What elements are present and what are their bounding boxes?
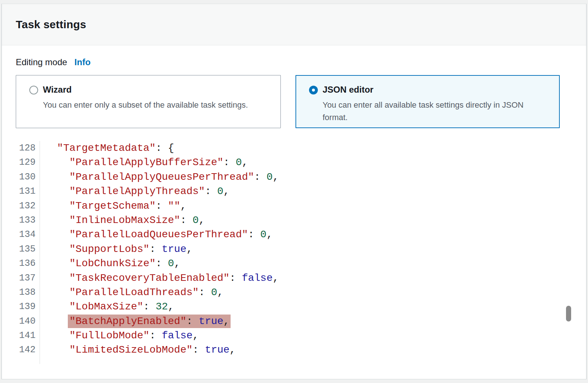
json-code-editor[interactable]: 128 "TargetMetadata": {129 "ParallelAppl… [16, 141, 572, 364]
panel-header: Task settings [2, 4, 586, 45]
code-line[interactable]: 133 "InlineLobMaxSize": 0, [16, 213, 572, 227]
code-line[interactable]: 142 "LimitedSizeLobMode": true, [16, 343, 572, 357]
wizard-option-description: You can enter only a subset of the avail… [43, 99, 248, 111]
code-line[interactable]: 131 "ParallelApplyThreads": 0, [16, 184, 572, 198]
line-number: 136 [16, 256, 40, 271]
code-line-text: "SupportLobs": true, [40, 242, 192, 256]
code-line-text: "ParallelLoadQueuesPerThread": 0, [40, 227, 273, 242]
code-line-text: "TaskRecoveryTableEnabled": false, [40, 271, 279, 285]
code-line-text: "LobMaxSize": 32, [40, 300, 174, 314]
line-number: 128 [16, 141, 40, 155]
line-number: 129 [16, 155, 40, 170]
code-line-text: "LimitedSizeLobMode": true, [40, 343, 236, 357]
editing-mode-label: Editing mode [16, 56, 67, 68]
radio-selected-icon[interactable] [309, 86, 318, 94]
code-line-text: "ParallelApplyQueuesPerThread": 0, [40, 170, 279, 184]
code-line-text: "ParallelApplyBufferSize": 0, [40, 155, 248, 170]
code-line-text: "BatchApplyEnabled": true, [40, 314, 231, 328]
editing-mode-options: Wizard You can enter only a subset of th… [16, 75, 572, 128]
line-number: 130 [16, 170, 40, 184]
line-number: 137 [16, 271, 40, 285]
code-line-text: "ParallelApplyThreads": 0, [40, 184, 229, 198]
code-line[interactable]: 140 "BatchApplyEnabled": true, [16, 314, 572, 328]
line-number: 140 [16, 314, 40, 328]
line-number: 131 [16, 184, 40, 198]
task-settings-panel: Task settings Editing mode Info Wizard Y… [1, 4, 587, 379]
scrollbar-thumb[interactable] [566, 306, 571, 321]
code-line[interactable]: 138 "ParallelLoadThreads": 0, [16, 285, 572, 300]
json-editor-option-text: JSON editor You can enter all available … [323, 84, 550, 124]
code-line-text: "LobChunkSize": 0, [40, 256, 180, 271]
code-line[interactable]: 129 "ParallelApplyBufferSize": 0, [16, 155, 572, 170]
json-editor-option-description: You can enter all available task setting… [323, 99, 550, 124]
editing-mode-row: Editing mode Info [16, 56, 572, 68]
code-line[interactable]: 139 "LobMaxSize": 32, [16, 300, 572, 314]
wizard-option-text: Wizard You can enter only a subset of th… [43, 84, 248, 111]
line-number: 135 [16, 242, 40, 256]
code-line-text: "InlineLobMaxSize": 0, [40, 213, 205, 227]
line-number: 133 [16, 213, 40, 227]
highlighted-token-range: "BatchApplyEnabled": true, [68, 315, 231, 328]
code-line[interactable]: 135 "SupportLobs": true, [16, 242, 572, 256]
code-line[interactable]: 137 "TaskRecoveryTableEnabled": false, [16, 271, 572, 285]
line-number: 132 [16, 199, 40, 213]
wizard-option-label: Wizard [43, 84, 248, 95]
task-settings-page: Task settings Editing mode Info Wizard Y… [0, 0, 588, 383]
code-line-text: "ParallelLoadThreads": 0, [40, 285, 223, 300]
panel-body: Editing mode Info Wizard You can enter o… [2, 45, 586, 379]
json-editor-option-label: JSON editor [323, 84, 550, 95]
info-link[interactable]: Info [74, 56, 91, 68]
code-line[interactable]: 136 "LobChunkSize": 0, [16, 256, 572, 271]
code-line[interactable]: 141 "FullLobMode": false, [16, 328, 572, 343]
code-line-text: "TargetMetadata": { [40, 141, 174, 155]
code-line-text: "FullLobMode": false, [40, 328, 199, 343]
line-number: 141 [16, 328, 40, 343]
code-line[interactable]: 128 "TargetMetadata": { [16, 141, 572, 155]
code-line[interactable]: 130 "ParallelApplyQueuesPerThread": 0, [16, 170, 572, 184]
page-title: Task settings [16, 18, 86, 31]
line-number: 142 [16, 343, 40, 357]
line-number: 134 [16, 227, 40, 242]
code-line-text: "TargetSchema": "", [40, 199, 187, 213]
wizard-option-tile[interactable]: Wizard You can enter only a subset of th… [16, 75, 281, 128]
radio-unselected-icon[interactable] [29, 86, 38, 94]
code-line[interactable]: 134 "ParallelLoadQueuesPerThread": 0, [16, 227, 572, 242]
code-line[interactable]: 132 "TargetSchema": "", [16, 199, 572, 213]
json-editor-option-tile[interactable]: JSON editor You can enter all available … [295, 75, 560, 128]
line-number: 138 [16, 285, 40, 300]
line-number: 139 [16, 300, 40, 314]
